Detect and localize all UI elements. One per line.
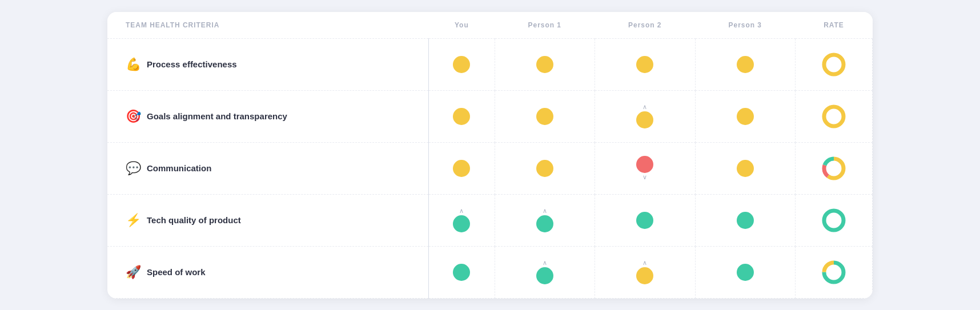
dot-cell: ∧: [495, 195, 595, 246]
dot-td-1: ∧: [495, 194, 595, 246]
dot-td-2: [595, 38, 696, 90]
criteria-icon: 💬: [126, 161, 141, 176]
status-dot: [636, 267, 653, 284]
dot-cell: ∧: [595, 247, 695, 298]
status-dot: [453, 264, 470, 281]
status-dot: [737, 212, 754, 229]
dot-td-1: [495, 90, 595, 142]
main-card: TEAM HEALTH CRITERIA You Person 1 Person…: [107, 12, 873, 299]
criteria-text: Process effectiveness: [147, 59, 237, 69]
arrow-up-icon: ∧: [642, 104, 647, 110]
status-dot: [453, 215, 470, 232]
criteria-text: Speed of work: [147, 267, 206, 277]
status-dot: [636, 156, 653, 173]
dot-td-3: [695, 38, 796, 90]
dot-td-2: ∧: [595, 246, 696, 298]
criteria-cell: 💬 Communication: [107, 142, 429, 194]
rate-cell: [796, 194, 873, 246]
status-dot: [737, 264, 754, 281]
status-dot: [453, 160, 470, 177]
criteria-label: 💬 Communication: [126, 161, 428, 176]
donut-chart: [821, 207, 847, 233]
arrow-up-icon: ∧: [459, 208, 464, 214]
dot-cell: ∧: [495, 247, 595, 298]
dot-td-0: [429, 246, 495, 298]
table-row: ⚡ Tech quality of product ∧∧: [107, 194, 873, 246]
dot-cell: [495, 143, 595, 194]
dot-td-1: [495, 142, 595, 194]
criteria-icon: 🚀: [126, 265, 141, 280]
rate-donut: [796, 195, 872, 246]
criteria-label: 💪 Process effectiveness: [126, 57, 428, 72]
dot-td-1: ∧: [495, 246, 595, 298]
rate-cell: [796, 246, 873, 298]
rate-donut: [796, 91, 872, 142]
dot-cell: [696, 91, 796, 142]
col-header-p1: Person 1: [495, 12, 595, 39]
dot-td-3: [695, 194, 796, 246]
dot-cell: [495, 39, 595, 90]
col-header-you: You: [429, 12, 495, 39]
criteria-label: ⚡ Tech quality of product: [126, 213, 428, 228]
rate-cell: [796, 90, 873, 142]
arrow-down-icon: ∨: [642, 174, 647, 180]
dot-td-0: [429, 142, 495, 194]
rate-donut: [796, 247, 872, 298]
dot-td-2: ∨: [595, 142, 696, 194]
dot-td-2: [595, 194, 696, 246]
status-dot: [536, 108, 553, 125]
criteria-icon: 💪: [126, 57, 141, 72]
health-table: TEAM HEALTH CRITERIA You Person 1 Person…: [107, 12, 873, 299]
arrow-up-icon: ∧: [642, 260, 647, 266]
dot-td-0: [429, 90, 495, 142]
col-header-criteria: TEAM HEALTH CRITERIA: [107, 12, 429, 39]
dot-cell: [495, 91, 595, 142]
criteria-text: Tech quality of product: [147, 215, 241, 225]
dot-cell: [696, 195, 796, 246]
status-dot: [453, 108, 470, 125]
status-dot: [737, 160, 754, 177]
dot-cell: [429, 143, 494, 194]
criteria-cell: ⚡ Tech quality of product: [107, 194, 429, 246]
criteria-label: 🚀 Speed of work: [126, 265, 428, 280]
dot-cell: [595, 195, 695, 246]
donut-chart: [821, 51, 847, 78]
dot-cell: [595, 39, 695, 90]
table-row: 💪 Process effectiveness: [107, 38, 873, 90]
col-header-rate: RATE: [796, 12, 873, 39]
donut-chart: [821, 103, 847, 130]
col-header-p2: Person 2: [595, 12, 696, 39]
dot-td-1: [495, 38, 595, 90]
arrow-up-icon: ∧: [543, 208, 547, 214]
rate-donut: [796, 143, 872, 194]
table-row: 🚀 Speed of work ∧∧: [107, 246, 873, 298]
status-dot: [536, 267, 553, 284]
criteria-icon: ⚡: [126, 213, 141, 228]
criteria-icon: 🎯: [126, 109, 141, 124]
rate-donut: [796, 39, 872, 90]
svg-point-0: [824, 55, 844, 74]
dot-td-3: [695, 142, 796, 194]
status-dot: [636, 212, 653, 229]
dot-cell: [696, 39, 796, 90]
criteria-label: 🎯 Goals alignment and transparency: [126, 109, 428, 124]
status-dot: [453, 56, 470, 73]
donut-chart: [821, 155, 847, 182]
dot-td-2: ∧: [595, 90, 696, 142]
dot-cell: ∧: [429, 195, 494, 246]
status-dot: [536, 160, 553, 177]
table-row: 🎯 Goals alignment and transparency ∧: [107, 90, 873, 142]
rate-cell: [796, 142, 873, 194]
dot-td-0: ∧: [429, 194, 495, 246]
rate-cell: [796, 38, 873, 90]
criteria-text: Communication: [147, 163, 211, 173]
dot-cell: [429, 39, 494, 90]
dot-cell: ∧: [595, 91, 695, 142]
dot-cell: [429, 247, 494, 298]
col-header-p3: Person 3: [695, 12, 796, 39]
svg-point-1: [824, 107, 844, 126]
criteria-text: Goals alignment and transparency: [147, 111, 287, 121]
dot-cell: [696, 143, 796, 194]
criteria-cell: 🎯 Goals alignment and transparency: [107, 90, 429, 142]
status-dot: [636, 111, 653, 128]
